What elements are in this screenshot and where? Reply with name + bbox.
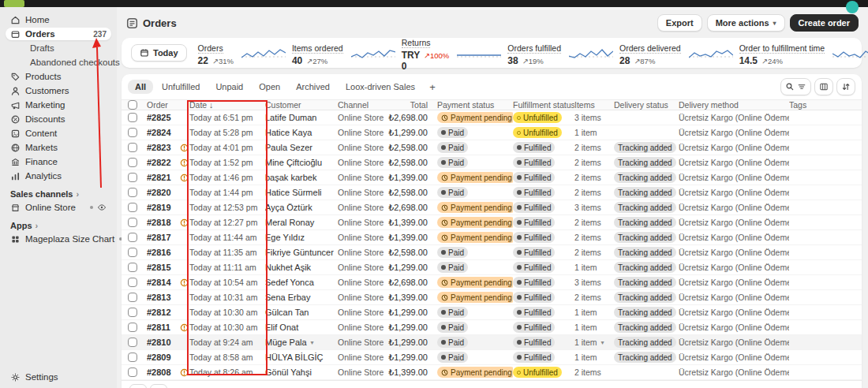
column-header-items[interactable]: Items — [574, 100, 614, 110]
order-number[interactable]: #2821 — [147, 173, 178, 182]
column-header-delivery-status[interactable]: Delivery status — [614, 100, 679, 110]
order-number[interactable]: #2814 — [147, 278, 178, 287]
row-checkbox[interactable] — [128, 338, 137, 347]
metric-items-ordered[interactable]: Items ordered 40 ↗27% — [292, 40, 395, 66]
search-filter-button[interactable] — [780, 78, 811, 95]
row-checkbox[interactable] — [128, 308, 137, 317]
column-header-tags[interactable]: Tags — [789, 100, 855, 110]
metric-orders-fulfilled[interactable]: Orders fulfilled 38 ↗19% — [507, 40, 613, 66]
sidebar-item-marketing[interactable]: Marketing — [6, 99, 111, 111]
eye-icon[interactable] — [97, 203, 107, 212]
row-checkbox[interactable] — [128, 173, 137, 182]
column-header-total[interactable]: Total — [383, 100, 437, 110]
sidebar-item-orders[interactable]: Orders237 — [6, 28, 111, 40]
row-checkbox[interactable] — [128, 143, 137, 152]
row-checkbox[interactable] — [128, 188, 137, 197]
row-checkbox[interactable] — [128, 263, 137, 272]
column-header-payment-status[interactable]: Payment status — [437, 100, 513, 110]
metric-order-to-fulfillment-time[interactable]: Order to fulfillment time 14.5 ↗24% — [739, 40, 868, 66]
sidebar-item-finance[interactable]: Finance — [6, 155, 111, 168]
column-header-customer[interactable]: Customer — [265, 100, 338, 110]
select-all-checkbox[interactable] — [128, 100, 137, 110]
order-row-2819[interactable]: #2819 Today at 12:53 pm Ayça Öztürk Onli… — [122, 200, 862, 215]
shopify-logo[interactable] — [4, 0, 24, 7]
sidebar-section-apps[interactable]: Apps› — [10, 221, 107, 230]
sidebar-item-settings[interactable]: Settings — [6, 371, 111, 383]
order-row-2817[interactable]: #2817 Today at 11:44 am Ege Yıldız Onlin… — [122, 230, 862, 245]
order-row-2813[interactable]: #2813 Today at 10:31 am Sena Erbay Onlin… — [122, 290, 862, 305]
tab-unpaid[interactable]: Unpaid — [208, 80, 250, 94]
sidebar-item-online-store[interactable]: Online Store — [6, 201, 111, 214]
order-row-2811[interactable]: #2811 Today at 10:30 am Elif Onat Online… — [122, 320, 862, 335]
order-number[interactable]: #2812 — [147, 308, 178, 317]
order-row-2815[interactable]: #2815 Today at 11:11 am Nukhet Aşik Onli… — [122, 260, 862, 275]
create-order-button[interactable]: Create order — [790, 14, 859, 32]
order-row-2824[interactable]: #2824 Today at 5:28 pm Hatice Kaya Onlin… — [122, 125, 862, 140]
order-number[interactable]: #2813 — [147, 293, 178, 302]
sidebar-item-home[interactable]: Home — [6, 13, 111, 26]
tab-open[interactable]: Open — [252, 80, 287, 94]
column-header-date-sort[interactable]: Date ↓ — [189, 100, 265, 110]
sort-button[interactable] — [836, 78, 855, 95]
row-checkbox[interactable] — [128, 113, 137, 122]
row-checkbox[interactable] — [128, 203, 137, 212]
chevron-down-icon[interactable]: ▾ — [311, 339, 314, 346]
row-checkbox[interactable] — [128, 293, 137, 302]
tab-loox-driven-sales[interactable]: Loox-driven Sales — [339, 80, 422, 94]
sidebar-item-mageplaza-size-chart[interactable]: Mageplaza Size Chart — [6, 233, 111, 245]
order-row-2823[interactable]: #2823 Today at 4:01 pm Paula Sezer Onlin… — [122, 140, 862, 155]
column-header-channel[interactable]: Channel — [338, 100, 383, 110]
sidebar-item-products[interactable]: Products — [6, 70, 111, 83]
sidebar-item-content[interactable]: Content — [6, 127, 111, 140]
more-actions-button[interactable]: More actions▾ — [707, 14, 785, 32]
order-number[interactable]: #2816 — [147, 248, 178, 257]
order-number[interactable]: #2824 — [147, 128, 178, 137]
row-checkbox[interactable] — [128, 323, 137, 332]
row-checkbox[interactable] — [128, 218, 137, 227]
row-checkbox[interactable] — [128, 233, 137, 242]
column-header-order[interactable]: Order — [147, 100, 178, 110]
sidebar-item-customers[interactable]: Customers — [6, 84, 111, 97]
order-number[interactable]: #2810 — [147, 338, 178, 347]
order-number[interactable]: #2808 — [147, 367, 178, 377]
order-number[interactable]: #2820 — [147, 188, 178, 197]
order-number[interactable]: #2825 — [147, 113, 178, 122]
order-row-2820[interactable]: #2820 Today at 1:44 pm Hatice Sürmeli On… — [122, 185, 862, 200]
chevron-down-icon[interactable]: ▾ — [601, 339, 604, 346]
order-row-2818[interactable]: #2818 Today at 12:27 pm Meral Ronay Onli… — [122, 215, 862, 230]
order-number[interactable]: #2817 — [147, 233, 178, 242]
order-number[interactable]: #2823 — [147, 143, 178, 152]
sidebar-section-sales-channels[interactable]: Sales channels› — [10, 189, 107, 199]
sidebar-item-discounts[interactable]: Discounts — [6, 113, 111, 125]
row-checkbox[interactable] — [128, 158, 137, 167]
row-checkbox[interactable] — [128, 367, 137, 377]
order-number[interactable]: #2819 — [147, 203, 178, 212]
tab-all[interactable]: All — [128, 80, 153, 94]
row-checkbox[interactable] — [128, 353, 137, 362]
tab-unfulfilled[interactable]: Unfulfilled — [155, 80, 207, 94]
order-row-2814[interactable]: #2814 Today at 10:54 am Sedef Yonca Onli… — [122, 275, 862, 290]
order-row-2821[interactable]: #2821 Today at 1:46 pm başak karbek Onli… — [122, 170, 862, 185]
user-avatar[interactable] — [846, 1, 859, 13]
metric-orders-delivered[interactable]: Orders delivered 28 ↗87% — [619, 40, 733, 66]
order-number[interactable]: #2815 — [147, 263, 178, 272]
order-number[interactable]: #2809 — [147, 353, 178, 362]
order-row-2816[interactable]: #2816 Today at 11:35 am Fikriye Güntunce… — [122, 245, 862, 260]
add-view-button[interactable]: + — [424, 79, 441, 95]
order-row-2808[interactable]: #2808 Today at 8:26 am Gönül Yahşi Onlin… — [122, 365, 862, 380]
order-number[interactable]: #2818 — [147, 218, 178, 227]
sidebar-item-abandoned-checkouts[interactable]: Abandoned checkouts — [6, 56, 111, 69]
sidebar-item-analytics[interactable]: Analytics — [6, 170, 111, 182]
column-header-fulfillment-status[interactable]: Fulfillment status — [513, 100, 574, 110]
columns-button[interactable] — [814, 78, 833, 95]
row-checkbox[interactable] — [128, 128, 137, 137]
tab-archived[interactable]: Archived — [289, 80, 337, 94]
order-number[interactable]: #2822 — [147, 158, 178, 167]
export-button[interactable]: Export — [657, 14, 702, 32]
order-row-2825[interactable]: #2825 Today at 6:51 pm Latife Duman Onli… — [122, 110, 862, 125]
order-row-2812[interactable]: #2812 Today at 10:30 am Gülcan Tan Onlin… — [122, 305, 862, 320]
sidebar-item-markets[interactable]: Markets — [6, 141, 111, 154]
column-header-delivery-method[interactable]: Delivery method — [679, 100, 789, 110]
sidebar-item-drafts[interactable]: Drafts — [6, 42, 111, 54]
row-checkbox[interactable] — [128, 278, 137, 287]
